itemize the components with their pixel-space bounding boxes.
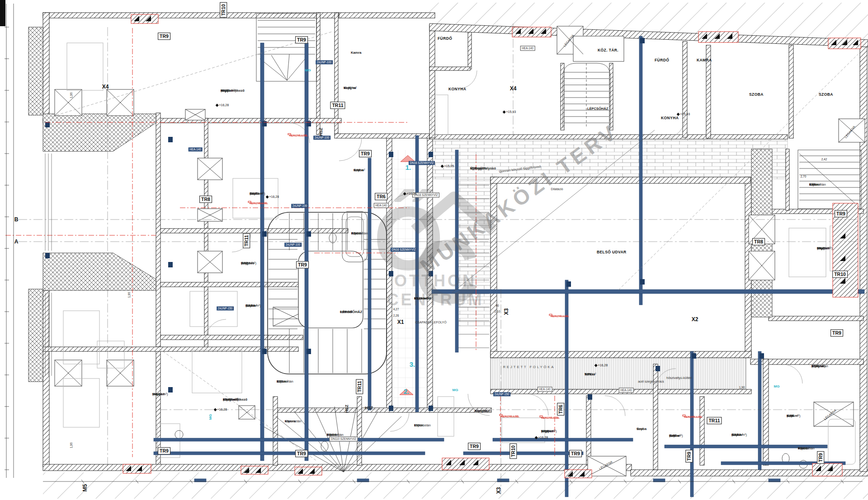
annotation: HSZ [319, 128, 323, 136]
level-star-icon [535, 436, 538, 439]
logo-word-centrum: CENTRUM [387, 290, 484, 309]
annotation: 1,90 [127, 292, 131, 298]
tr-marker: TR9 [158, 33, 170, 40]
level-star-icon [403, 192, 406, 195]
logo-word-otthon: OTTHON [394, 271, 476, 290]
annotation: MG [305, 68, 311, 72]
annotation: 1,90 [739, 386, 745, 389]
level-star-icon [216, 103, 218, 106]
annotation: HSZ [344, 405, 349, 413]
axis-label: X4 [102, 84, 109, 90]
level-star-icon [594, 364, 597, 366]
axis-label: X3 [503, 308, 509, 315]
tr-marker: TR9 [295, 36, 308, 43]
tech-tag: 2xUNP-100 [291, 204, 308, 208]
floor-plan-canvas: MUNKAKÖZI TERV Ő C OTTHON CENTRUM Nappal… [0, 0, 868, 500]
axis-label: A [14, 238, 19, 245]
axis-label: X1 [397, 319, 404, 325]
elevation-marker: +15,93 [503, 110, 516, 113]
sheet-corner-mark [0, 0, 5, 26]
tech-tag: 2xUNP-150 [493, 392, 510, 396]
tech-tag: 2xUNP-150 [217, 306, 234, 310]
annotation: 1,90 [70, 93, 73, 98]
tr-marker: TR9 [817, 451, 824, 464]
annotation: HSZ [365, 406, 373, 410]
axis-label: X3 [495, 487, 502, 494]
tech-tag: HEA-140 [538, 387, 552, 392]
annotation: 1. [406, 164, 411, 171]
annotation: 90 [495, 304, 499, 307]
level-star-icon [503, 110, 505, 113]
tech-tag: 2xUNP-100 [316, 60, 333, 64]
tr-marker: TR8 [752, 238, 765, 245]
tech-tag: HEA-140 ACÉLKERETÁLLÁS [500, 414, 503, 416]
tr-marker: TR10 [220, 2, 227, 18]
annotation: acél szegélyű rács [638, 380, 664, 383]
tr-marker: TR10 [832, 271, 848, 278]
annotation: CSAPADÉKLEFOLYÓ [415, 321, 446, 324]
tech-tag: DN110 SZENNYVÍZ [329, 436, 358, 441]
tr-marker: TR9 [830, 329, 843, 336]
tech-tag: HEA-140 [189, 147, 203, 151]
annotation: 3. [410, 360, 415, 368]
tr-marker: TR9 [569, 450, 582, 457]
annotation: 2,26 [393, 314, 399, 317]
tech-tag: HEA-140 [374, 203, 389, 208]
annotation: MG [774, 384, 780, 388]
annotation: 1,90 [70, 443, 73, 449]
annotation: 2. [404, 388, 410, 395]
elevation-marker: +15,93 [677, 112, 690, 116]
annotation: 2,10 [495, 310, 500, 313]
tech-tag: HEA-140 ACÉLKERETÁLLÁS [248, 201, 251, 203]
tr-marker: TR9 [685, 450, 693, 463]
elevation-marker: +16,28 [404, 192, 416, 195]
tr-marker: TR9 [295, 450, 308, 457]
tech-tag: DN16 SZENNYVÍZ [409, 161, 435, 165]
tr-marker: TR11 [356, 379, 363, 394]
tr-marker: TR8 [199, 196, 212, 203]
tech-tag: 2xUNP-100 [284, 243, 302, 247]
tech-tag: HEA-140 [520, 46, 535, 51]
elevation-marker: +16,28 [535, 436, 548, 439]
tr-marker: TR6 [375, 193, 387, 200]
axis-label: X4 [510, 85, 517, 92]
annotation: Dilatáció [551, 187, 563, 191]
tr-marker: TR9 [359, 150, 372, 157]
tr-marker: TR11 [243, 233, 250, 248]
tech-tag: 2xUNP-100 [313, 136, 330, 140]
tech-tag: HEA-140 ACÉLKERETÁLLÁS [288, 133, 291, 135]
annotation: 4,27 [393, 308, 399, 311]
annotation: MG [453, 388, 458, 392]
tech-tag: HEA-140 [619, 388, 634, 393]
annotation: 2,42 [821, 158, 827, 161]
elevation-marker: +16,28 [266, 195, 279, 198]
tech-tag: HEA-140 ACÉLKERETÁLLÁS [540, 416, 543, 417]
tr-marker: TR9 [158, 447, 170, 454]
terrace-decking [491, 358, 746, 389]
axis-label: B [14, 216, 19, 223]
tech-tag: HEA-140 ACÉLKERETÁLLÁS [683, 415, 686, 416]
tr-marker: TR10 [509, 444, 517, 459]
tr-marker: TR9 [835, 210, 847, 217]
elevation-marker: +15,05 [441, 164, 454, 168]
annotation: hőszivattyú-kültéri [666, 376, 692, 379]
axis-label: M5 [82, 484, 88, 492]
tr-marker: TR11 [707, 417, 722, 424]
annotation: MG [208, 414, 212, 420]
elevation-marker: +16,28 [216, 103, 229, 107]
elevation-marker: +16,28 [595, 364, 608, 367]
elevation-marker: +16,28 [214, 408, 227, 411]
tr-marker: TR6 [557, 403, 564, 416]
annotation: 2,70 [801, 175, 807, 178]
level-star-icon [441, 164, 443, 167]
annotation: REJTETT FOLYÓKA [503, 365, 555, 369]
tr-marker: TR9 [296, 261, 309, 268]
tr-marker: TR9 [468, 443, 481, 450]
level-star-icon [266, 195, 269, 198]
tech-tag: HEA-140 ACÉLKERETÁLLÁS [549, 314, 552, 316]
tr-marker: TR11 [330, 102, 345, 109]
level-star-icon [677, 112, 679, 115]
axis-label: X2 [692, 316, 698, 322]
level-star-icon [214, 408, 217, 411]
tech-tag: DN16 SZENNYVÍZ [391, 248, 417, 252]
